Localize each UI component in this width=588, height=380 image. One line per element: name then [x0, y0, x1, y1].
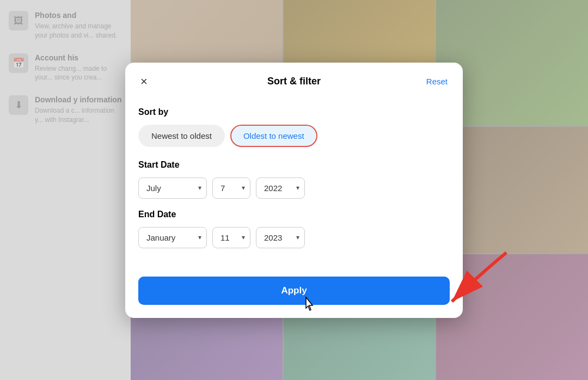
close-button[interactable]: × [138, 73, 150, 90]
start-date-section: Start Date January February March April … [138, 160, 450, 199]
modal-body: Sort by Newest to oldest Oldest to newes… [125, 99, 463, 272]
end-date-section: End Date January February March April Ma… [138, 210, 450, 248]
end-date-label: End Date [138, 210, 450, 219]
sort-by-label: Sort by [138, 107, 450, 117]
end-date-selects: January February March April May June Ju… [138, 227, 450, 248]
start-day-wrapper: 123456 7 8910111213141516171819202122232… [212, 177, 250, 199]
end-day-select[interactable]: 12345678910 11 1213141516171819202122232… [212, 227, 250, 248]
start-date-selects: January February March April May June Ju… [138, 177, 450, 199]
sort-filter-modal: × Sort & filter Reset Sort by Newest to … [125, 63, 463, 318]
start-year-wrapper: 2020 2021 2022 2023 2024 ▾ [256, 177, 305, 199]
end-month-wrapper: January February March April May June Ju… [138, 227, 207, 248]
modal-title: Sort & filter [267, 76, 321, 87]
end-year-select[interactable]: 2020 2021 2022 2023 2024 [256, 227, 305, 248]
start-year-select[interactable]: 2020 2021 2022 2023 2024 [256, 177, 305, 199]
start-date-label: Start Date [138, 160, 450, 170]
start-month-wrapper: January February March April May June Ju… [138, 177, 207, 199]
end-year-wrapper: 2020 2021 2022 2023 2024 ▾ [256, 227, 305, 248]
start-month-select[interactable]: January February March April May June Ju… [138, 177, 207, 199]
start-day-select[interactable]: 123456 7 8910111213141516171819202122232… [212, 177, 250, 199]
apply-button[interactable]: Apply [138, 277, 450, 305]
sort-oldest-button[interactable]: Oldest to newest [230, 125, 317, 147]
end-month-select[interactable]: January February March April May June Ju… [138, 227, 207, 248]
reset-button[interactable]: Reset [424, 75, 450, 88]
sort-options: Newest to oldest Oldest to newest [138, 125, 450, 147]
sort-newest-button[interactable]: Newest to oldest [138, 125, 225, 147]
modal-header: × Sort & filter Reset [125, 63, 463, 99]
modal-backdrop: × Sort & filter Reset Sort by Newest to … [0, 0, 588, 380]
end-day-wrapper: 12345678910 11 1213141516171819202122232… [212, 227, 250, 248]
